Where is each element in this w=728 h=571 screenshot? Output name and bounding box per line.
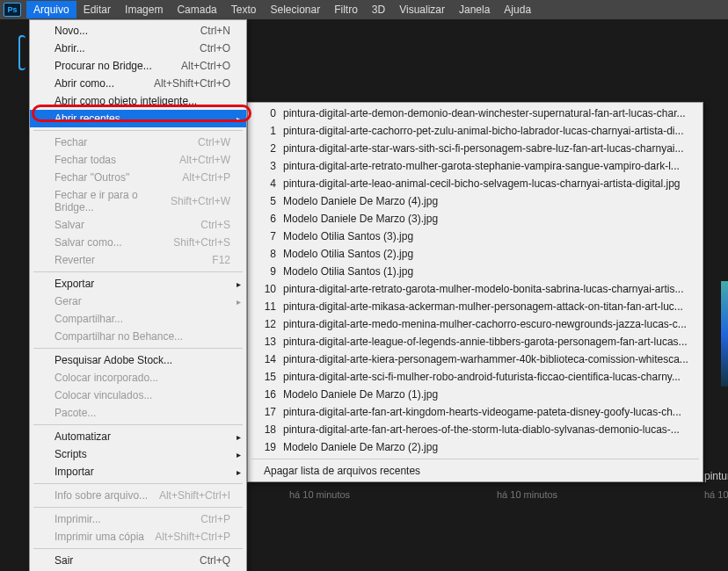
- menu-item[interactable]: Novo...Ctrl+N: [30, 22, 246, 40]
- menu-item-shortcut: Ctrl+W: [198, 136, 230, 148]
- recent-file-index: 7: [260, 230, 276, 242]
- menu-item-shortcut: Shift+Ctrl+S: [173, 236, 230, 249]
- menu-item-shortcut: Alt+Ctrl+P: [182, 171, 230, 184]
- recent-file-item[interactable]: 11pintura-digital-arte-mikasa-ackerman-m…: [248, 298, 703, 315]
- recent-file-item[interactable]: 13pintura-digital-arte-league-of-legends…: [248, 333, 703, 351]
- recent-file-item[interactable]: 5Modelo Daniele De Marzo (4).jpg: [248, 192, 703, 210]
- menu-item-label: Procurar no Bridge...: [55, 60, 152, 72]
- menubar-item-janela[interactable]: Janela: [452, 1, 497, 18]
- recent-file-item[interactable]: 17pintura-digital-arte-fan-art-kingdom-h…: [248, 403, 703, 421]
- recent-file-index: 1: [260, 125, 276, 137]
- recent-file-name: pintura-digital-arte-cachorro-pet-zulu-a…: [283, 125, 684, 137]
- recent-file-item[interactable]: 7Modelo Otilia Santos (3).jpg: [248, 228, 703, 245]
- menu-item-shortcut: Ctrl+P: [200, 513, 230, 525]
- menu-item[interactable]: Automatizar: [30, 428, 246, 445]
- menu-separator: [33, 548, 243, 549]
- recent-file-item[interactable]: 8Modelo Otilia Santos (2).jpg: [248, 245, 703, 263]
- clear-recent-label: Apagar lista de arquivos recentes: [264, 465, 420, 477]
- recent-file-name: pintura-digital-arte-mikasa-ackerman-mul…: [283, 300, 683, 313]
- recent-file-item[interactable]: 1pintura-digital-arte-cachorro-pet-zulu-…: [248, 122, 703, 140]
- menu-item: Fechar "Outros"Alt+Ctrl+P: [30, 169, 246, 186]
- menubar-item-selecionar[interactable]: Selecionar: [263, 1, 327, 18]
- recent-file-index: 6: [260, 213, 276, 225]
- menubar-item-3d[interactable]: 3D: [365, 1, 392, 18]
- menu-item-label: Abrir recentes: [55, 112, 120, 125]
- menu-item[interactable]: Pesquisar Adobe Stock...: [30, 351, 246, 369]
- recent-file-index: 10: [260, 283, 276, 295]
- menu-item-label: Exportar: [55, 278, 94, 290]
- recent-file-item[interactable]: 4pintura-digital-arte-leao-animal-cecil-…: [248, 175, 703, 192]
- menu-item-label: Reverter: [55, 254, 95, 266]
- menu-item[interactable]: Abrir recentes: [30, 110, 246, 127]
- menu-item-shortcut: F12: [212, 254, 230, 266]
- menubar-item-filtro[interactable]: Filtro: [327, 1, 365, 18]
- recent-file-index: 4: [260, 177, 276, 190]
- menu-item: Pacote...: [30, 404, 246, 422]
- menubar-item-imagem[interactable]: Imagem: [118, 1, 170, 18]
- menu-item: Imprimir...Ctrl+P: [30, 510, 246, 528]
- menu-item-label: Abrir como...: [55, 77, 114, 90]
- menu-item-shortcut: Alt+Shift+Ctrl+I: [159, 489, 230, 502]
- menubar-item-visualizar[interactable]: Visualizar: [392, 1, 452, 18]
- recent-file-item[interactable]: 12pintura-digital-arte-medo-menina-mulhe…: [248, 315, 703, 333]
- recent-thumbnail[interactable]: pintura-digital...há 10 minutos: [704, 470, 728, 500]
- menu-item[interactable]: SairCtrl+Q: [30, 552, 246, 569]
- menu-item: Gerar: [30, 293, 246, 310]
- recent-file-item[interactable]: 16Modelo Daniele De Marzo (1).jpg: [248, 386, 703, 403]
- recent-files-submenu: 0pintura-digital-arte-demon-demonio-dean…: [247, 102, 703, 482]
- recent-file-name: Modelo Otilia Santos (1).jpg: [283, 265, 413, 278]
- menu-item-shortcut: Ctrl+O: [200, 42, 230, 54]
- menu-item[interactable]: Scripts: [30, 445, 246, 463]
- menu-item[interactable]: Abrir como objeto inteligente...: [30, 92, 246, 110]
- thumbnail-time: há 10 minutos: [289, 489, 412, 500]
- menu-item: FecharCtrl+W: [30, 134, 246, 151]
- recent-file-item[interactable]: 19Modelo Daniele De Marzo (2).jpg: [248, 438, 703, 456]
- recent-file-item[interactable]: 0pintura-digital-arte-demon-demonio-dean…: [248, 105, 703, 122]
- recent-file-item[interactable]: 10pintura-digital-arte-retrato-garota-mu…: [248, 280, 703, 298]
- recent-file-item[interactable]: 2pintura-digital-arte-star-wars-sith-sci…: [248, 140, 703, 157]
- menu-item-shortcut: Alt+Shift+Ctrl+P: [155, 531, 230, 543]
- recent-file-item[interactable]: 6Modelo Daniele De Marzo (3).jpg: [248, 210, 703, 228]
- menu-item[interactable]: Procurar no Bridge...Alt+Ctrl+O: [30, 57, 246, 75]
- menu-item-label: Fechar e ir para o Bridge...: [55, 189, 171, 213]
- menu-item[interactable]: Abrir como...Alt+Shift+Ctrl+O: [30, 75, 246, 92]
- thumbnail-title: pintura-digital...: [704, 470, 728, 482]
- menu-item[interactable]: Importar: [30, 463, 246, 481]
- menu-item-label: Importar: [55, 466, 94, 478]
- menu-item-label: Compartilhar...: [55, 313, 123, 325]
- recent-file-item[interactable]: 14pintura-digital-arte-kiera-personagem-…: [248, 351, 703, 368]
- menu-item[interactable]: Exportar: [30, 275, 246, 293]
- menu-item-label: Abrir...: [55, 42, 85, 54]
- recent-file-index: 3: [260, 160, 276, 172]
- home-tab-glow: [18, 35, 25, 70]
- menu-item-label: Scripts: [55, 448, 87, 460]
- menu-item-shortcut: Alt+Ctrl+W: [179, 154, 230, 166]
- recent-file-index: 17: [260, 406, 276, 418]
- menubar-item-ajuda[interactable]: Ajuda: [497, 1, 538, 18]
- menu-item: Fechar e ir para o Bridge...Shift+Ctrl+W: [30, 186, 246, 216]
- menubar-item-texto[interactable]: Texto: [224, 1, 264, 18]
- menu-item: ReverterF12: [30, 251, 246, 269]
- menubar-item-camada[interactable]: Camada: [170, 1, 223, 18]
- recent-file-item[interactable]: 3pintura-digital-arte-retrato-mulher-gar…: [248, 157, 703, 175]
- recent-file-name: pintura-digital-arte-demon-demonio-dean-…: [283, 107, 686, 119]
- menu-item[interactable]: Abrir...Ctrl+O: [30, 40, 246, 57]
- recent-file-item[interactable]: 18pintura-digital-arte-fan-art-heroes-of…: [248, 421, 703, 438]
- menu-item-label: Info sobre arquivo...: [55, 489, 148, 502]
- menu-separator: [33, 483, 243, 484]
- recent-file-item[interactable]: 15pintura-digital-arte-sci-fi-mulher-rob…: [248, 368, 703, 386]
- menu-item: Compartilhar...: [30, 310, 246, 328]
- recent-file-index: 5: [260, 195, 276, 207]
- menu-item-label: Fechar todas: [55, 154, 116, 166]
- menu-item-label: Sair: [55, 554, 73, 567]
- file-menu-dropdown: Novo...Ctrl+NAbrir...Ctrl+OProcurar no B…: [29, 19, 247, 571]
- recent-file-name: Modelo Daniele De Marzo (3).jpg: [283, 213, 438, 225]
- recent-file-name: pintura-digital-arte-sci-fi-mulher-robo-…: [283, 371, 681, 383]
- menu-item-label: Pesquisar Adobe Stock...: [55, 354, 172, 366]
- menubar-item-editar[interactable]: Editar: [76, 1, 118, 18]
- recent-file-item[interactable]: 9Modelo Otilia Santos (1).jpg: [248, 263, 703, 280]
- menubar: Ps ArquivoEditarImagemCamadaTextoSelecio…: [0, 0, 728, 19]
- menubar-item-arquivo[interactable]: Arquivo: [26, 1, 76, 18]
- recent-file-index: 19: [260, 441, 276, 453]
- clear-recent-files[interactable]: Apagar lista de arquivos recentes: [248, 462, 703, 480]
